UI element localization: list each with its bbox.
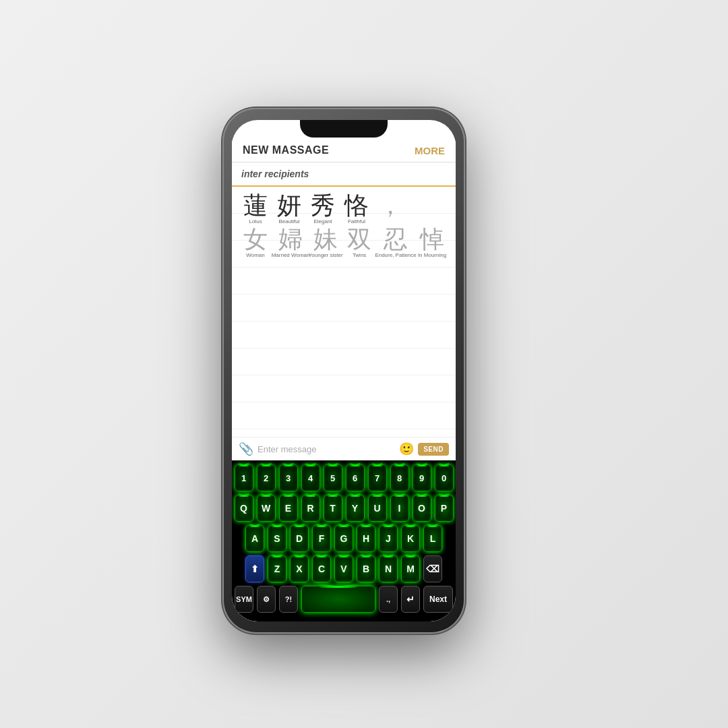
key-l[interactable]: L bbox=[423, 525, 442, 552]
key-e[interactable]: E bbox=[279, 495, 298, 522]
char-faithful: 恪 bbox=[344, 193, 369, 218]
sym-key[interactable]: SYM bbox=[235, 586, 253, 613]
app-content: NEW MASSAGE MORE inter recipients 蓮 Lotu… bbox=[232, 138, 456, 621]
key-b[interactable]: B bbox=[357, 555, 375, 582]
char-married-meaning: Married Woman bbox=[272, 252, 310, 258]
char-item-sister[interactable]: 妹 Younger sister bbox=[311, 227, 340, 258]
key-8[interactable]: 8 bbox=[390, 464, 409, 491]
key-4[interactable]: 4 bbox=[301, 464, 320, 491]
char-married: 婦 bbox=[278, 227, 303, 251]
key-c[interactable]: C bbox=[312, 555, 331, 582]
char-woman-meaning: Woman bbox=[246, 252, 264, 258]
char-twins: 双 bbox=[347, 227, 371, 251]
key-2[interactable]: 2 bbox=[257, 464, 276, 491]
recipients-placeholder: inter recipients bbox=[241, 169, 309, 179]
key-v[interactable]: V bbox=[334, 555, 353, 582]
key-5[interactable]: 5 bbox=[324, 464, 342, 491]
keyboard-row-qwerty: Q W E R T Y U I O P bbox=[235, 495, 453, 522]
space-key[interactable] bbox=[301, 586, 375, 613]
char-display: 蓮 Lotus 妍 Beautiful 秀 Elegant bbox=[232, 187, 456, 437]
key-6[interactable]: 6 bbox=[346, 464, 365, 491]
char-endure: 忍 bbox=[384, 227, 408, 251]
phone-frame: NEW MASSAGE MORE inter recipients 蓮 Lotu… bbox=[222, 108, 465, 634]
key-i[interactable]: I bbox=[390, 495, 409, 522]
key-9[interactable]: 9 bbox=[413, 464, 431, 491]
char-endure-meaning: Endure, Patience bbox=[375, 252, 416, 258]
key-q[interactable]: Q bbox=[235, 495, 253, 522]
key-u[interactable]: U bbox=[368, 495, 387, 522]
key-o[interactable]: O bbox=[413, 495, 431, 522]
phone-screen: NEW MASSAGE MORE inter recipients 蓮 Lotu… bbox=[232, 120, 456, 621]
key-d[interactable]: D bbox=[290, 525, 309, 552]
key-0[interactable]: 0 bbox=[435, 464, 454, 491]
recipients-bar[interactable]: inter recipients bbox=[232, 162, 456, 187]
key-7[interactable]: 7 bbox=[368, 464, 387, 491]
punctuation-key[interactable]: ., bbox=[379, 586, 398, 613]
key-t[interactable]: T bbox=[324, 495, 342, 522]
key-g[interactable]: G bbox=[334, 525, 353, 552]
keyboard-row-zxcv: ⬆ Z X C V B N M ⌫ bbox=[235, 555, 453, 582]
char-beautiful-meaning: Beautiful bbox=[278, 218, 299, 224]
char-item-woman[interactable]: 女 Woman bbox=[241, 227, 270, 258]
key-k[interactable]: K bbox=[401, 525, 420, 552]
special-chars-key[interactable]: ?! bbox=[279, 586, 298, 613]
char-item-twins[interactable]: 双 Twins bbox=[345, 227, 373, 258]
key-x[interactable]: X bbox=[290, 555, 309, 582]
char-mourning-meaning: In Mourning bbox=[418, 252, 446, 258]
key-y[interactable]: Y bbox=[346, 495, 365, 522]
char-item-mourning[interactable]: 悼 In Mourning bbox=[418, 227, 446, 258]
keyboard-row-asdf: A S D F G H J K L bbox=[235, 525, 453, 552]
app-header: NEW MASSAGE MORE bbox=[232, 138, 456, 162]
char-sister: 妹 bbox=[313, 227, 338, 251]
key-1[interactable]: 1 bbox=[235, 464, 253, 491]
send-button[interactable]: SEND bbox=[418, 443, 449, 456]
key-m[interactable]: M bbox=[401, 555, 420, 582]
char-twins-meaning: Twins bbox=[353, 252, 366, 258]
keyboard: 1 2 3 4 5 6 7 8 9 0 bbox=[232, 460, 456, 621]
char-faithful-meaning: Faithful bbox=[348, 218, 365, 224]
char-item-comma: ， bbox=[376, 193, 404, 218]
char-comma: ， bbox=[378, 193, 402, 218]
char-item-lotus[interactable]: 蓮 Lotus bbox=[241, 193, 270, 224]
char-item-faithful[interactable]: 恪 Faithful bbox=[342, 193, 371, 224]
key-3[interactable]: 3 bbox=[279, 464, 298, 491]
key-p[interactable]: P bbox=[435, 495, 454, 522]
message-input-bar: 📎 Enter message 🙂 SEND bbox=[232, 437, 456, 460]
more-button[interactable]: MORE bbox=[415, 145, 445, 156]
app-title: NEW MASSAGE bbox=[243, 144, 329, 156]
char-item-elegant[interactable]: 秀 Elegant bbox=[309, 193, 337, 224]
char-woman: 女 bbox=[243, 227, 268, 251]
settings-key[interactable]: ⚙ bbox=[257, 586, 276, 613]
char-lotus: 蓮 bbox=[243, 193, 268, 218]
keyboard-row-numbers: 1 2 3 4 5 6 7 8 9 0 bbox=[235, 464, 453, 491]
notch bbox=[300, 120, 388, 138]
key-n[interactable]: N bbox=[379, 555, 398, 582]
attach-icon[interactable]: 📎 bbox=[239, 442, 253, 456]
char-sister-meaning: Younger sister bbox=[309, 252, 343, 258]
key-z[interactable]: Z bbox=[268, 555, 286, 582]
char-mourning: 悼 bbox=[420, 227, 444, 251]
char-item-beautiful[interactable]: 妍 Beautiful bbox=[275, 193, 303, 224]
key-s[interactable]: S bbox=[268, 525, 286, 552]
char-item-married[interactable]: 婦 Married Woman bbox=[275, 227, 306, 258]
key-r[interactable]: R bbox=[301, 495, 320, 522]
char-elegant-meaning: Elegant bbox=[313, 218, 332, 224]
backspace-key[interactable]: ⌫ bbox=[423, 555, 442, 582]
char-row-1: 蓮 Lotus 妍 Beautiful 秀 Elegant bbox=[241, 193, 446, 224]
keyboard-row-bottom: SYM ⚙ ?! ., ↵ Next bbox=[235, 586, 453, 613]
key-w[interactable]: W bbox=[257, 495, 276, 522]
shift-key[interactable]: ⬆ bbox=[245, 555, 264, 582]
char-row-2: 女 Woman 婦 Married Woman 妹 Younger sister bbox=[241, 227, 446, 258]
scene: NEW MASSAGE MORE inter recipients 蓮 Lotu… bbox=[0, 0, 728, 728]
char-beautiful: 妍 bbox=[277, 193, 301, 218]
char-elegant: 秀 bbox=[311, 193, 335, 218]
enter-key[interactable]: ↵ bbox=[401, 586, 420, 613]
message-field[interactable]: Enter message bbox=[257, 444, 395, 454]
next-key[interactable]: Next bbox=[423, 586, 453, 613]
emoji-icon[interactable]: 🙂 bbox=[399, 442, 414, 456]
key-j[interactable]: J bbox=[379, 525, 398, 552]
key-f[interactable]: F bbox=[312, 525, 331, 552]
key-h[interactable]: H bbox=[357, 525, 375, 552]
key-a[interactable]: A bbox=[245, 525, 264, 552]
char-item-endure[interactable]: 忍 Endure, Patience bbox=[379, 227, 413, 258]
